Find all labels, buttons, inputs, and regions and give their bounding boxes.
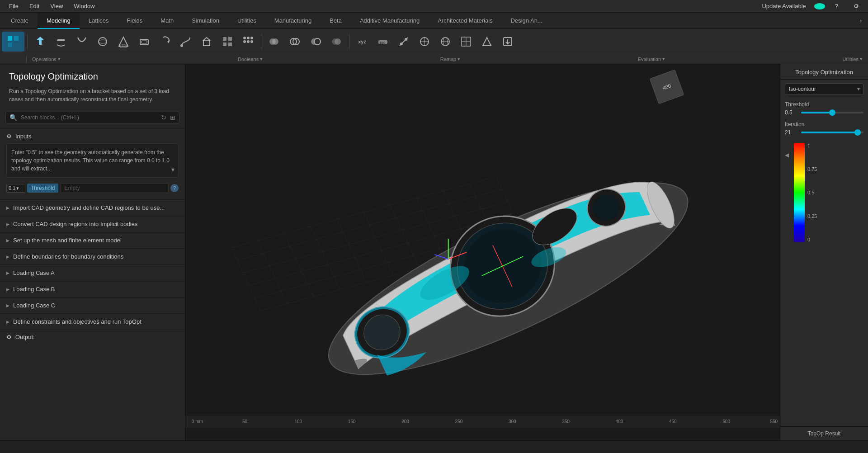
scale-labels: 1 0.75 0.5 0.25 0 <box>807 143 817 242</box>
globe-icon[interactable] <box>435 32 455 52</box>
pattern-icon[interactable] <box>238 32 258 52</box>
threshold-slider[interactable] <box>801 112 863 113</box>
threshold-help-icon[interactable]: ? <box>170 184 179 192</box>
section-loading-b-header[interactable]: ▶ Loading Case B <box>0 281 185 297</box>
svg-point-26 <box>250 40 253 43</box>
svg-rect-2 <box>8 42 12 47</box>
section-constraints-label: Define constraints and objectives and ru… <box>13 318 142 325</box>
threshold-slider-value: 0.5 <box>785 109 798 116</box>
remap-icon[interactable] <box>394 32 414 52</box>
section-loading-a: ▶ Loading Case A <box>0 264 185 281</box>
booleans-label[interactable]: Booleans ▾ <box>234 56 266 62</box>
section-convert-header[interactable]: ▶ Convert CAD design regions into Implic… <box>0 216 185 232</box>
section-loading-c-triangle: ▶ <box>6 303 9 308</box>
help-icon[interactable]: ? <box>830 0 844 13</box>
threshold-slider-label: Threshold <box>785 101 863 108</box>
threshold-empty-field[interactable]: Empty <box>60 183 169 193</box>
density-icon[interactable]: 100 <box>373 32 393 52</box>
utilities-label[interactable]: Utilities ▾ <box>839 56 866 62</box>
tab-architected[interactable]: Architected Materials <box>429 13 501 29</box>
ruler-50: 50 <box>242 419 247 424</box>
tab-design-an[interactable]: Design An... <box>502 13 552 29</box>
ruler-bottom: 0 mm 50 100 150 200 250 300 350 400 450 … <box>185 415 780 428</box>
sphere-icon[interactable] <box>93 32 113 52</box>
menu-edit[interactable]: Edit <box>24 0 45 13</box>
tab-create[interactable]: Create <box>2 13 38 29</box>
iteration-slider[interactable] <box>801 132 863 133</box>
lattice-icon[interactable] <box>456 32 476 52</box>
shell-icon[interactable] <box>134 32 154 52</box>
section-loading-c-header[interactable]: ▶ Loading Case C <box>0 297 185 313</box>
settings-icon[interactable]: ⚙ <box>848 0 864 13</box>
update-available-banner[interactable]: Update Available <box>756 0 825 13</box>
blend-icon[interactable] <box>326 32 346 52</box>
export-icon[interactable] <box>498 32 518 52</box>
tab-modeling[interactable]: Modeling <box>38 13 80 29</box>
svg-rect-1 <box>14 36 19 41</box>
cone-icon[interactable] <box>113 32 133 52</box>
section-import-header[interactable]: ▶ Import CAD geometry and define CAD reg… <box>0 200 185 216</box>
tab-additive[interactable]: Additive Manufacturing <box>351 13 429 29</box>
section-constraints-header[interactable]: ▶ Define constraints and objectives and … <box>0 314 185 330</box>
viewport[interactable]: 400 0 mm 50 100 150 200 250 300 350 400 … <box>185 64 780 440</box>
tab-utilities[interactable]: Utilities <box>228 13 265 29</box>
menu-window[interactable]: Window <box>68 0 100 13</box>
expand-description-icon[interactable]: ▾ <box>171 165 175 175</box>
ruler-150: 150 <box>348 419 356 424</box>
svg-rect-20 <box>228 42 232 46</box>
section-mesh-header[interactable]: ▶ Set up the mesh and finite element mod… <box>0 232 185 248</box>
svg-rect-11 <box>142 41 147 43</box>
revolve-icon[interactable] <box>155 32 175 52</box>
tab-simulation[interactable]: Simulation <box>183 13 228 29</box>
search-bar: 🔍 ↻ ⊞ <box>5 112 179 123</box>
menu-help-icons: ? ⚙ <box>830 0 864 13</box>
tab-beta[interactable]: Beta <box>321 13 351 29</box>
section-loading-a-header[interactable]: ▶ Loading Case A <box>0 265 185 281</box>
svg-rect-0 <box>8 36 12 41</box>
face-icon[interactable] <box>477 32 497 52</box>
tab-manufacturing[interactable]: Manufacturing <box>265 13 321 29</box>
sweep-icon[interactable] <box>176 32 196 52</box>
move-icon[interactable] <box>51 32 71 52</box>
svg-marker-12 <box>167 40 169 43</box>
iteration-slider-section: Iteration 21 <box>780 118 868 138</box>
threshold-badge[interactable]: Threshold <box>27 184 58 193</box>
logo-icon[interactable] <box>2 32 24 52</box>
section-import-triangle: ▶ <box>6 206 9 210</box>
toolbar-sep-2 <box>261 33 261 50</box>
menu-view[interactable]: View <box>45 0 68 13</box>
refresh-icon[interactable]: ↻ <box>161 114 166 121</box>
box-icon[interactable] <box>197 32 217 52</box>
ruler-300: 300 <box>509 419 516 424</box>
mesh-icon[interactable] <box>415 32 434 52</box>
view-cube[interactable]: 400 <box>653 73 685 105</box>
grid-icon[interactable] <box>217 32 237 52</box>
panel-header: Topology Optimization Run a Topology Opt… <box>0 64 185 107</box>
xyz-text-icon[interactable]: xyz <box>352 32 372 52</box>
section-boundaries-header[interactable]: ▶ Define boundaries for boundary conditi… <box>0 249 185 264</box>
ruler-350: 350 <box>562 419 570 424</box>
remap-label[interactable]: Remap ▾ <box>437 56 464 62</box>
subtract-icon[interactable] <box>306 32 326 52</box>
add-block-icon[interactable]: ⊞ <box>170 114 175 121</box>
section-mesh-label: Set up the mesh and finite element model <box>13 237 122 244</box>
threshold-value-input[interactable]: 0.1 ▾ <box>6 184 25 193</box>
union-icon[interactable] <box>264 32 284 52</box>
method-select[interactable]: Iso-contour Marching Cubes Direct <box>785 83 863 95</box>
push-pull-icon[interactable] <box>30 32 50 52</box>
operations-label[interactable]: Operations ▾ <box>28 56 64 62</box>
search-input[interactable] <box>21 114 157 121</box>
tab-overflow-arrow[interactable]: › <box>855 18 866 24</box>
evaluation-label[interactable]: Evaluation ▾ <box>634 56 669 62</box>
panel-description: Run a Topology Optimization on a bracket… <box>9 87 176 104</box>
svg-point-23 <box>250 37 253 39</box>
svg-rect-19 <box>223 42 226 46</box>
curve-icon[interactable] <box>72 32 92 52</box>
tab-math[interactable]: Math <box>151 13 183 29</box>
section-loading-a-triangle: ▶ <box>6 271 9 275</box>
tab-fields[interactable]: Fields <box>118 13 152 29</box>
intersect-icon[interactable] <box>285 32 305 52</box>
section-convert-triangle: ▶ <box>6 222 9 226</box>
menu-file[interactable]: File <box>4 0 24 13</box>
tab-lattices[interactable]: Lattices <box>80 13 118 29</box>
